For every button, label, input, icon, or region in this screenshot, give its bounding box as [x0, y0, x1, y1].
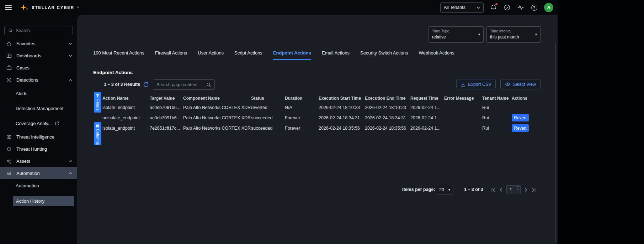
globe-icon [6, 134, 12, 140]
col-header-request-time[interactable]: Request Time [410, 96, 444, 101]
cell-status: succeeded [251, 126, 285, 131]
sidebar-item-alerts[interactable]: Alerts [0, 86, 77, 101]
refresh-button[interactable] [143, 82, 149, 88]
col-header-error-message[interactable]: Error Message [444, 96, 482, 101]
sidebar-item-action-history[interactable]: Action History [13, 196, 74, 206]
help-button[interactable]: ? [531, 4, 538, 11]
time-interval-dropdown[interactable]: Time Interval this past month ▼ [486, 26, 541, 43]
pagination-range: 1 – 3 of 3 [464, 187, 483, 192]
sidebar-item-automation[interactable]: Automation [0, 179, 77, 192]
col-header-actions[interactable]: Actions [512, 96, 546, 101]
time-interval-value: this past month [490, 35, 532, 40]
page-title: Endpoint Actions [93, 70, 133, 75]
cell-status: succeeded [251, 115, 285, 120]
caret-down-icon: ▼ [534, 33, 538, 36]
select-view-button[interactable]: Select View [500, 79, 541, 89]
system-health-button[interactable] [517, 4, 524, 11]
cell-actions: Revert [512, 124, 546, 132]
cell-action-name: isolate_endpoint [102, 126, 150, 131]
cell-duration: Forever [285, 115, 319, 120]
sidebar-item-threat-intelligence[interactable]: Threat Intelligence [0, 131, 77, 143]
sidebar-search-input[interactable] [16, 28, 69, 33]
next-page-button[interactable] [524, 188, 528, 192]
col-header-execution-start-time[interactable]: Execution Start Time [319, 96, 365, 101]
sidebar-item-detections[interactable]: Detections [0, 74, 77, 86]
cell-duration: Forever [285, 126, 319, 131]
sidebar-item-dashboards[interactable]: Dashboards [0, 50, 77, 62]
col-header-target-value[interactable]: Target Value [150, 96, 183, 101]
tab-user-actions[interactable]: User Actions [198, 50, 224, 60]
sidebar-item-label: Threat Intelligence [16, 134, 54, 140]
page-number-stepper[interactable]: ▲▼ [517, 186, 519, 193]
first-page-button[interactable] [491, 188, 496, 192]
items-per-page-select[interactable]: 20 ▼ [437, 185, 453, 194]
export-csv-button[interactable]: Export CSV [456, 79, 496, 89]
cell-target-value: 7e2651cff17c... [150, 126, 183, 131]
tab-email-actions[interactable]: Email Actions [322, 50, 350, 60]
time-type-value: relative [432, 35, 475, 40]
previous-page-button[interactable] [499, 188, 503, 192]
sidebar-item-threat-hunting[interactable]: Threat Hunting [0, 143, 77, 155]
chevron-down-icon [69, 54, 72, 57]
tab-webhook-actions[interactable]: Webhook Actions [419, 50, 454, 60]
tab-endpoint-actions[interactable]: Endpoint Actions [273, 50, 311, 60]
activity-pulse-icon [517, 4, 524, 11]
page-number-input-wrap: ▲▼ [506, 185, 521, 194]
cell-target-value: ac0eb7091b6... [150, 105, 183, 110]
sidebar-item-label: Alerts [16, 91, 27, 96]
col-header-status[interactable]: Status [251, 96, 285, 101]
revert-button[interactable]: Revert [512, 124, 529, 132]
top-bar: STELLAR CYBER ® All Tenants [0, 0, 558, 15]
chevron-down-icon [477, 6, 480, 9]
col-header-component-name[interactable]: Component Name [183, 96, 251, 101]
sidebar-item-favorites[interactable]: Favorites [0, 37, 77, 50]
stepper-down-icon[interactable]: ▼ [517, 190, 519, 193]
time-type-dropdown[interactable]: Time Type relative ▼ [429, 26, 484, 43]
sidebar-item-detection-management[interactable]: Detection Management [0, 101, 77, 116]
tab-script-actions[interactable]: Script Actions [234, 50, 262, 60]
tasks-button[interactable] [504, 4, 511, 11]
page-search-input[interactable] [156, 82, 204, 87]
sidebar-item-assets[interactable]: Assets [0, 155, 77, 167]
cell-request-time: 2026-02-24 1... [410, 126, 444, 131]
cell-tenant-name: Rui [482, 126, 512, 131]
share-nodes-icon [6, 159, 12, 164]
funnel-icon [96, 94, 100, 98]
revert-button[interactable]: Revert [512, 114, 529, 121]
tenant-selector[interactable]: All Tenants [440, 2, 484, 13]
sidebar-item-label: Automation [16, 171, 40, 176]
col-header-execution-end-time[interactable]: Execution End Time [365, 96, 410, 101]
star-icon [6, 41, 12, 46]
gear-icon [6, 171, 12, 176]
app-window: STELLAR CYBER ® All Tenants [0, 0, 558, 244]
window-scrollbar[interactable] [555, 43, 556, 242]
tab-100-most-recent-actions[interactable]: 100 Most Recent Actions [93, 50, 144, 60]
last-page-button[interactable] [531, 188, 536, 192]
cell-execution-end-time: 2026-02-24 18:34:31 [365, 115, 410, 120]
sidebar-search[interactable] [4, 26, 73, 35]
filters-panel-tab[interactable]: Filters [94, 92, 101, 113]
sidebar-item-cases[interactable]: Cases [0, 62, 77, 74]
sidebar-item-automation-group[interactable]: Automation [0, 167, 77, 179]
columns-panel-tab[interactable]: Columns [94, 122, 101, 145]
dashboard-icon [6, 53, 12, 58]
col-header-duration[interactable]: Duration [285, 96, 319, 101]
notifications-button[interactable] [490, 4, 497, 11]
sidebar-item-label: Detections [16, 77, 38, 83]
table-header-row: Action Name Target Value Component Name … [102, 94, 550, 102]
results-summary: 1 – 3 of 3 Results [104, 82, 140, 87]
chevron-down-icon [69, 160, 72, 162]
cell-actions: Revert [512, 114, 546, 121]
sidebar-item-coverage-analysis[interactable]: Coverage Analy... [0, 116, 77, 131]
col-header-tenant-name[interactable]: Tenant Name [482, 96, 512, 101]
tab-security-switch-actions[interactable]: Security Switch Actions [360, 50, 408, 60]
tab-firewall-actions[interactable]: Firewall Actions [155, 50, 187, 60]
menu-icon[interactable] [5, 5, 12, 10]
sidebar-item-label: Action History [16, 198, 44, 204]
page-number-input[interactable] [507, 187, 515, 192]
page-search[interactable] [153, 79, 215, 90]
col-header-action-name[interactable]: Action Name [102, 96, 150, 101]
user-avatar[interactable]: A [544, 3, 553, 12]
cell-execution-start-time: 2026-02-24 18:34:31 [319, 115, 365, 120]
sidebar-item-label: Coverage Analy... [16, 121, 52, 126]
